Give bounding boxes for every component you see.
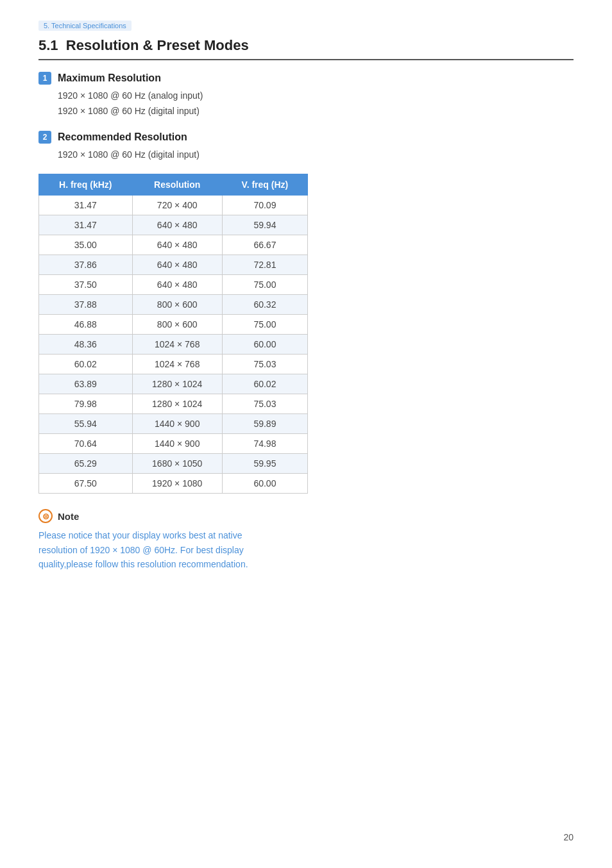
table-cell: 74.98 <box>222 434 307 454</box>
table-row: 60.021024 × 76875.03 <box>39 355 308 374</box>
table-row: 65.291680 × 105059.95 <box>39 454 308 474</box>
table-cell: 79.98 <box>39 394 133 414</box>
table-cell: 31.47 <box>39 196 133 215</box>
preset-modes-table: H. freq (kHz) Resolution V. freq (Hz) 31… <box>38 174 308 494</box>
note-icon: ⊜ <box>38 509 53 523</box>
note-label: Note <box>58 511 79 522</box>
subsection-1: 1 Maximum Resolution 1920 × 1080 @ 60 Hz… <box>38 72 574 119</box>
table-cell: 70.09 <box>222 196 307 215</box>
note-section: ⊜ Note Please notice that your display w… <box>38 509 574 571</box>
table-row: 55.941440 × 90059.89 <box>39 414 308 434</box>
table-cell: 63.89 <box>39 374 133 394</box>
table-cell: 1280 × 1024 <box>132 374 222 394</box>
table-cell: 70.64 <box>39 434 133 454</box>
table-cell: 1920 × 1080 <box>132 474 222 494</box>
table-cell: 37.88 <box>39 295 133 315</box>
table-cell: 31.47 <box>39 215 133 235</box>
table-row: 63.891280 × 102460.02 <box>39 374 308 394</box>
subsection-2-title: Recommended Resolution <box>58 131 187 143</box>
table-row: 67.501920 × 108060.00 <box>39 474 308 494</box>
breadcrumb: 5. Technical Specifications <box>38 21 132 31</box>
table-row: 70.641440 × 90074.98 <box>39 434 308 454</box>
table-cell: 60.00 <box>222 335 307 355</box>
subsection-2: 2 Recommended Resolution 1920 × 1080 @ 6… <box>38 131 574 163</box>
col-header-resolution: Resolution <box>132 174 222 196</box>
table-cell: 60.02 <box>39 355 133 374</box>
badge-1: 1 <box>38 72 51 85</box>
table-row: 79.981280 × 102475.03 <box>39 394 308 414</box>
table-row: 48.361024 × 76860.00 <box>39 335 308 355</box>
table-cell: 75.00 <box>222 275 307 295</box>
table-cell: 60.32 <box>222 295 307 315</box>
page-number: 20 <box>563 832 574 842</box>
table-row: 31.47640 × 48059.94 <box>39 215 308 235</box>
table-cell: 1024 × 768 <box>132 355 222 374</box>
table-cell: 1680 × 1050 <box>132 454 222 474</box>
table-row: 37.86640 × 48072.81 <box>39 255 308 275</box>
table-cell: 72.81 <box>222 255 307 275</box>
table-cell: 800 × 600 <box>132 315 222 335</box>
table-cell: 640 × 480 <box>132 255 222 275</box>
table-cell: 60.02 <box>222 374 307 394</box>
table-cell: 75.00 <box>222 315 307 335</box>
table-cell: 59.89 <box>222 414 307 434</box>
table-cell: 1280 × 1024 <box>132 394 222 414</box>
col-header-hfreq: H. freq (kHz) <box>39 174 133 196</box>
table-row: 46.88800 × 60075.00 <box>39 315 308 335</box>
table-cell: 37.50 <box>39 275 133 295</box>
table-cell: 59.95 <box>222 454 307 474</box>
subsection-1-title: Maximum Resolution <box>58 72 161 84</box>
table-cell: 59.94 <box>222 215 307 235</box>
table-cell: 640 × 480 <box>132 275 222 295</box>
table-cell: 800 × 600 <box>132 295 222 315</box>
table-cell: 37.86 <box>39 255 133 275</box>
table-cell: 1440 × 900 <box>132 434 222 454</box>
table-row: 37.50640 × 48075.00 <box>39 275 308 295</box>
table-cell: 67.50 <box>39 474 133 494</box>
section-title: 5.1 Resolution & Preset Modes <box>38 37 574 60</box>
table-row: 35.00640 × 48066.67 <box>39 235 308 255</box>
table-cell: 75.03 <box>222 355 307 374</box>
table-cell: 35.00 <box>39 235 133 255</box>
table-cell: 65.29 <box>39 454 133 474</box>
table-cell: 60.00 <box>222 474 307 494</box>
subsection-1-content: 1920 × 1080 @ 60 Hz (analog input) 1920 … <box>58 88 574 119</box>
table-cell: 1024 × 768 <box>132 335 222 355</box>
table-cell: 75.03 <box>222 394 307 414</box>
subsection-2-content: 1920 × 1080 @ 60 Hz (digital input) <box>58 147 574 163</box>
table-cell: 720 × 400 <box>132 196 222 215</box>
table-cell: 55.94 <box>39 414 133 434</box>
table-row: 31.47720 × 40070.09 <box>39 196 308 215</box>
table-cell: 640 × 480 <box>132 235 222 255</box>
table-cell: 1440 × 900 <box>132 414 222 434</box>
table-cell: 640 × 480 <box>132 215 222 235</box>
table-cell: 46.88 <box>39 315 133 335</box>
badge-2: 2 <box>38 131 51 144</box>
table-cell: 66.67 <box>222 235 307 255</box>
col-header-vfreq: V. freq (Hz) <box>222 174 307 196</box>
table-cell: 48.36 <box>39 335 133 355</box>
table-row: 37.88800 × 60060.32 <box>39 295 308 315</box>
note-text: Please notice that your display works be… <box>38 528 282 571</box>
